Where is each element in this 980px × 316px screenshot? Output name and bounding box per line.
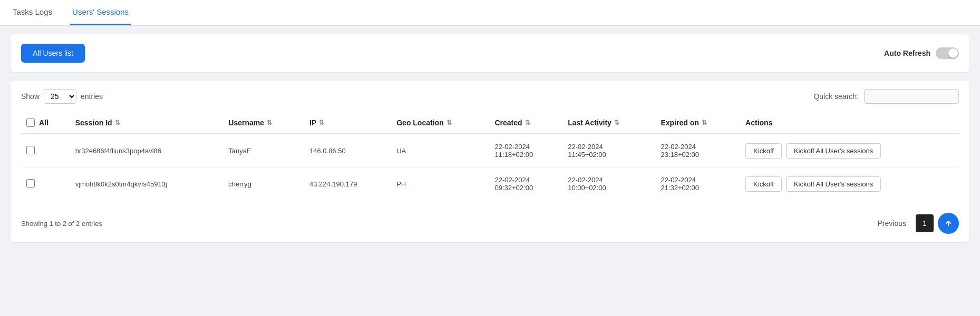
- entries-label: entries: [81, 92, 103, 101]
- select-all-checkbox[interactable]: [26, 118, 35, 127]
- sort-icon-username[interactable]: ⇅: [267, 119, 272, 126]
- kickoff-all-button-0[interactable]: Kickoff All User's sessions: [786, 143, 881, 159]
- sort-icon-session-id[interactable]: ⇅: [115, 119, 120, 126]
- cell-expired-on: 22-02-2024 23:18+02:00: [655, 134, 740, 167]
- col-header-username: Username ⇅: [223, 112, 304, 134]
- col-last-activity-label: Last Activity: [568, 118, 612, 127]
- show-entries-area: Show 25 10 50 100 entries: [21, 89, 103, 104]
- col-header-ip: IP ⇅: [304, 112, 391, 134]
- quick-search-area: Quick search:: [813, 89, 959, 104]
- actions-cell: KickoffKickoff All User's sessions: [745, 176, 954, 192]
- all-users-button[interactable]: All Users list: [21, 44, 85, 63]
- pagination: Previous 1: [872, 213, 959, 234]
- row-checkbox-cell: [21, 167, 70, 201]
- cell-ip: 146.0.86.50: [304, 134, 391, 167]
- sort-icon-created[interactable]: ⇅: [525, 119, 530, 126]
- show-label: Show: [21, 92, 40, 101]
- sort-icon-expired[interactable]: ⇅: [702, 119, 707, 126]
- cell-username: cherryg: [223, 167, 304, 201]
- col-header-checkbox: All: [21, 112, 70, 134]
- col-header-last-activity: Last Activity ⇅: [562, 112, 655, 134]
- cell-session-id: vjmoh8k0k2s0tm4qkvfs45913j: [70, 167, 224, 201]
- table-footer: Showing 1 to 2 of 2 entries Previous 1: [21, 209, 959, 234]
- cell-actions: KickoffKickoff All User's sessions: [740, 134, 959, 167]
- col-geo-label: Geo Location: [396, 118, 443, 127]
- col-username-label: Username: [228, 118, 264, 127]
- col-header-expired-on: Expired on ⇅: [655, 112, 740, 134]
- col-ip-label: IP: [309, 118, 316, 127]
- sort-icon-ip[interactable]: ⇅: [319, 119, 324, 126]
- tabs-bar: Tasks Logs Users' Sessions: [0, 0, 980, 26]
- cell-actions: KickoffKickoff All User's sessions: [740, 167, 959, 201]
- entries-select[interactable]: 25 10 50 100: [44, 89, 76, 104]
- auto-refresh-area: Auto Refresh: [884, 47, 959, 59]
- tab-tasks-logs[interactable]: Tasks Logs: [11, 0, 54, 25]
- col-header-created: Created ⇅: [489, 112, 562, 134]
- cell-geo-location: PH: [391, 167, 489, 201]
- page-number-1[interactable]: 1: [916, 214, 934, 232]
- col-header-geo-location: Geo Location ⇅: [391, 112, 489, 134]
- quick-search-label: Quick search:: [813, 92, 859, 101]
- auto-refresh-label: Auto Refresh: [884, 49, 930, 57]
- row-checkbox-cell: [21, 134, 70, 167]
- tab-users-sessions[interactable]: Users' Sessions: [70, 0, 131, 25]
- col-header-session-id: Session Id ⇅: [70, 112, 224, 134]
- table-row: hr32e686f4flluns3pop4avl86TanyaF146.0.86…: [21, 134, 959, 167]
- actions-cell: KickoffKickoff All User's sessions: [745, 143, 954, 159]
- data-table: All Session Id ⇅ Username: [21, 112, 959, 200]
- col-created-label: Created: [494, 118, 522, 127]
- col-header-actions: Actions: [740, 112, 959, 134]
- main-content: All Users list Auto Refresh Show 25 10 5…: [0, 26, 980, 251]
- table-row: vjmoh8k0k2s0tm4qkvfs45913jcherryg43.224.…: [21, 167, 959, 201]
- sort-icon-last-activity[interactable]: ⇅: [614, 119, 619, 126]
- cell-last-activity: 22-02-2024 11:45+02:00: [562, 134, 655, 167]
- row-checkbox-0[interactable]: [26, 146, 35, 154]
- page-wrapper: Tasks Logs Users' Sessions All Users lis…: [0, 0, 980, 316]
- col-session-id-label: Session Id: [75, 118, 112, 127]
- nav-next-button[interactable]: [938, 213, 959, 234]
- all-label: All: [39, 118, 48, 127]
- kickoff-button-1[interactable]: Kickoff: [745, 176, 782, 192]
- prev-button[interactable]: Previous: [872, 216, 911, 231]
- kickoff-all-button-1[interactable]: Kickoff All User's sessions: [786, 176, 881, 192]
- sort-icon-geo[interactable]: ⇅: [447, 119, 452, 126]
- col-expired-label: Expired on: [661, 118, 698, 127]
- top-card: All Users list Auto Refresh: [11, 34, 969, 72]
- cell-geo-location: UA: [391, 134, 489, 167]
- cell-expired-on: 22-02-2024 21:32+02:00: [655, 167, 740, 201]
- cell-created: 22-02-2024 09:32+02:00: [489, 167, 562, 201]
- col-actions-label: Actions: [745, 118, 772, 127]
- cell-created: 22-02-2024 11:18+02:00: [489, 134, 562, 167]
- table-card: Show 25 10 50 100 entries Quick search:: [11, 81, 969, 242]
- arrow-up-icon: [944, 219, 953, 228]
- quick-search-input[interactable]: [864, 89, 959, 104]
- kickoff-button-0[interactable]: Kickoff: [745, 143, 782, 159]
- row-checkbox-1[interactable]: [26, 179, 35, 187]
- cell-session-id: hr32e686f4flluns3pop4avl86: [70, 134, 224, 167]
- auto-refresh-toggle[interactable]: [936, 47, 959, 59]
- cell-ip: 43.224.190.179: [304, 167, 391, 201]
- controls-row: Show 25 10 50 100 entries Quick search:: [21, 89, 959, 104]
- cell-username: TanyaF: [223, 134, 304, 167]
- showing-text: Showing 1 to 2 of 2 entries: [21, 220, 102, 228]
- cell-last-activity: 22-02-2024 10:00+02:00: [562, 167, 655, 201]
